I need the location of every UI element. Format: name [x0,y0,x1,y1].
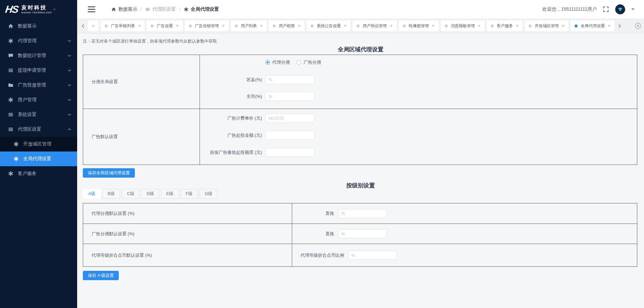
hamburger-menu-icon[interactable] [88,6,95,12]
tab-ad-settings[interactable]: 广告设置 × [147,20,182,31]
radio-agent-commission[interactable]: 代理分佣 [265,59,290,65]
asterisk-icon [184,7,189,12]
sidebar-item-open-city-management[interactable]: 开放城区管理 [0,137,77,151]
tab-user-list[interactable]: 用户列表 × [231,20,267,31]
field-label: 代理等级折合点币比例 [292,252,344,258]
ad-unit-price-input[interactable] [265,114,315,123]
agent-area-submenu: 开放城区管理 全局代理设置 [0,137,77,166]
row-label: 广告默认设置 [83,109,200,165]
tab-close-icon[interactable]: × [432,23,435,28]
agent-commission-direct-input[interactable] [338,209,387,218]
chevron-down-icon [67,53,72,58]
fullscreen-icon[interactable] [603,6,609,12]
tab-close-icon[interactable]: × [478,23,481,28]
tab-close-icon[interactable]: × [260,23,263,28]
brand-monogram: HS [5,4,19,15]
chevron-down-icon [67,39,72,43]
tab-status-dot [311,24,314,27]
tab-ad-promotion[interactable]: 广告促销管理 × [185,20,229,31]
tab-close-icon[interactable]: × [390,23,392,28]
radio-ad-commission[interactable]: 广告分佣 [297,59,321,65]
table-row: 广告分佣默认设置 (%) 直推 [83,224,637,244]
main-content: 注：若无对各个城区进行单独设置，则各项代理参数均从默认参数中获取 全局区域代理设… [77,34,644,308]
section-title-region: 全局区域代理设置 [77,46,644,53]
tab-customer-service[interactable]: 客户服务 × [487,20,523,31]
close-all-tabs-icon[interactable] [635,22,641,29]
sidebar-item-data-display[interactable]: 数据展示 [0,19,77,34]
caret-down-icon[interactable] [631,8,635,10]
field-label: 全市(%) [200,94,262,100]
level-tab-b[interactable]: B级 [102,189,120,199]
breadcrumb-item-agent-area[interactable]: 代理区设置 [145,6,176,12]
welcome-text: 欢迎您，15511111111用户 [542,6,597,12]
sidebar-item-agent-management[interactable]: 代理管理 [0,34,77,48]
tab-close-icon[interactable]: × [92,23,95,28]
tab-system-announcement[interactable]: 系统公告设置 × [307,20,351,31]
tab-close-icon[interactable]: × [344,23,346,28]
sidebar-item-data-statistics[interactable]: 数据统计管理 [0,48,77,63]
field-label: 直推 [292,231,334,237]
row-label: 代理分佣默认设置 (%) [83,203,292,224]
tab-partial[interactable]: × [88,20,99,31]
sidebar: HS 亥时科技 HAISHI TECHNOLOGY ® 数据展示 代理管理 数据… [0,0,77,308]
chat-icon [8,53,13,58]
tab-close-icon[interactable]: × [222,23,225,28]
radio-circle-icon [297,60,301,65]
sidebar-item-system-settings[interactable]: 系统设置 [0,107,77,122]
tab-status-dot [403,24,406,27]
breadcrumb-separator: / [179,7,180,12]
home-icon [8,23,13,29]
tab-close-icon[interactable]: × [516,23,519,28]
tabs-scroll-right-button[interactable] [616,21,623,30]
tabs-scroll-left-button[interactable] [80,21,86,30]
brand-logo: HS 亥时科技 HAISHI TECHNOLOGY ® [0,0,77,19]
tab-message-template[interactable]: 消息模板管理 × [441,20,485,31]
tab-close-icon[interactable]: × [176,23,178,28]
tab-status-dot [491,24,494,27]
breadcrumb-item-global-agent: 全局代理设置 [184,6,219,12]
sidebar-item-agent-area-settings[interactable]: 代理区设置 [0,122,77,137]
sidebar-item-global-agent-settings[interactable]: 全局代理设置 [0,151,77,166]
tab-close-icon[interactable]: × [298,23,301,28]
row-label: 代理等级折合点币默认设置 (%) [83,244,292,266]
sidebar-item-user-management[interactable]: 用户管理 [0,93,77,107]
home-icon [111,7,116,12]
tab-ad-review-list[interactable]: 广告审核列表 × [101,20,145,31]
tab-close-icon[interactable]: × [138,23,141,28]
level-tab-f[interactable]: F级 [180,189,198,199]
level-tabs: A级 B级 C级 D级 E级 F级 G级 [83,189,219,199]
tab-status-dot [151,24,154,27]
save-region-settings-button[interactable]: 保存全局区域代理设置 [83,168,135,178]
level-tab-c[interactable]: C级 [122,189,140,199]
note-text: 注：若无对各个城区进行单独设置，则各项代理参数均从默认参数中获取 [83,39,217,44]
ad-min-amount-input[interactable] [265,131,315,140]
sidebar-item-ad-placement[interactable]: 广告投放管理 [0,78,77,93]
tab-open-city-management[interactable]: 开放城区管理 × [525,20,569,31]
level-settings-table: 代理分佣默认设置 (%) 直推 广告分佣默认设置 (%) 直推 代理等级折合点币… [83,203,637,267]
table-row: 广告默认设置 广告计费单价 (元) 广告起投金额 (元) 担保广告最低起投额度 … [83,109,637,165]
level-tab-e[interactable]: E级 [161,189,179,199]
tab-global-agent-settings[interactable]: 全局代理设置 × [571,20,614,31]
section-title-level: 按级别设置 [77,182,644,189]
breadcrumb-item-data-display[interactable]: 数据展示 [111,6,137,12]
ad-commission-direct-input[interactable] [338,229,387,238]
tab-close-icon[interactable]: × [608,23,610,28]
tab-close-icon[interactable]: × [562,23,565,28]
tab-user-agreement[interactable]: 用户协议管理 × [353,20,396,31]
agent-level-coin-ratio-input[interactable] [348,251,397,260]
tab-carousel-management[interactable]: 轮播图管理 × [399,20,439,31]
tab-user-permissions[interactable]: 用户权限 × [269,20,305,31]
guaranteed-ad-min-input[interactable] [265,148,315,157]
sidebar-menu: 数据展示 代理管理 数据统计管理 提现申请管理 广告投放管理 用户管理 [0,19,77,181]
county-percent-input[interactable] [265,75,315,84]
save-level-settings-button[interactable]: 保存 A 级设置 [83,271,119,280]
tab-status-dot [189,24,192,27]
tab-status-dot [273,24,276,27]
city-percent-input[interactable] [265,92,315,101]
sidebar-item-withdrawal-management[interactable]: 提现申请管理 [0,63,77,78]
level-tab-a[interactable]: A级 [83,189,101,199]
avatar[interactable] [615,4,625,14]
level-tab-d[interactable]: D级 [141,189,159,199]
level-tab-g[interactable]: G级 [200,189,218,199]
sidebar-item-customer-service[interactable]: 客户服务 [0,166,77,181]
